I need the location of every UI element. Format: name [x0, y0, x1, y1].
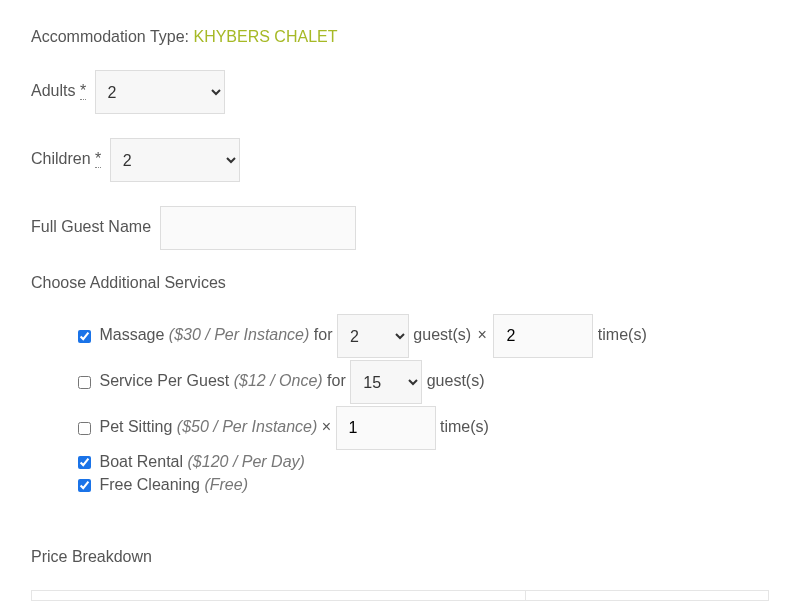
service-massage: Massage ($30 / Per Instance) for 2 guest… — [74, 314, 769, 358]
massage-times-input[interactable] — [493, 314, 593, 358]
service-free-cleaning: Free Cleaning (Free) — [74, 475, 769, 496]
massage-checkbox[interactable] — [78, 330, 91, 343]
adults-label: Adults * — [31, 82, 86, 99]
boat-checkbox[interactable] — [78, 456, 91, 469]
cleaning-name: Free Cleaning — [99, 476, 204, 493]
massage-guests-select[interactable]: 2 — [337, 314, 409, 358]
required-marker: * — [80, 82, 86, 100]
massage-price: ($30 / Per Instance) — [169, 326, 310, 343]
services-header: Choose Additional Services — [31, 274, 769, 292]
fullname-input[interactable] — [160, 206, 356, 250]
services-list: Massage ($30 / Per Instance) for 2 guest… — [31, 314, 769, 496]
fullname-label: Full Guest Name — [31, 218, 151, 235]
service-pet-sitting: Pet Sitting ($50 / Per Instance) × time(… — [74, 406, 769, 450]
boat-name: Boat Rental — [99, 453, 187, 470]
massage-name: Massage — [99, 326, 168, 343]
perguest-price: ($12 / Once) — [234, 372, 323, 389]
petsitting-price: ($50 / Per Instance) — [177, 418, 318, 435]
adults-select[interactable]: 2 — [95, 70, 225, 114]
boat-price: ($120 / Per Day) — [188, 453, 305, 470]
cleaning-price: (Free) — [204, 476, 248, 493]
price-breakdown-header: Price Breakdown — [31, 548, 769, 566]
petsitting-name: Pet Sitting — [99, 418, 176, 435]
fullname-row: Full Guest Name — [31, 206, 769, 250]
service-boat-rental: Boat Rental ($120 / Per Day) — [74, 452, 769, 473]
accommodation-name: KHYBERS CHALET — [193, 28, 337, 45]
children-select[interactable]: 2 — [110, 138, 240, 182]
price-breakdown-table — [31, 590, 769, 601]
required-marker: * — [95, 150, 101, 168]
accommodation-type: Accommodation Type: KHYBERS CHALET — [31, 28, 769, 46]
cleaning-checkbox[interactable] — [78, 479, 91, 492]
perguest-guests-select[interactable]: 15 — [350, 360, 422, 404]
table-row — [32, 590, 769, 600]
petsitting-checkbox[interactable] — [78, 422, 91, 435]
perguest-checkbox[interactable] — [78, 376, 91, 389]
perguest-name: Service Per Guest — [99, 372, 233, 389]
children-label: Children * — [31, 150, 101, 167]
accommodation-type-label: Accommodation Type: — [31, 28, 193, 45]
service-per-guest: Service Per Guest ($12 / Once) for 15 gu… — [74, 360, 769, 404]
adults-row: Adults * 2 — [31, 70, 769, 114]
petsitting-times-input[interactable] — [336, 406, 436, 450]
children-row: Children * 2 — [31, 138, 769, 182]
